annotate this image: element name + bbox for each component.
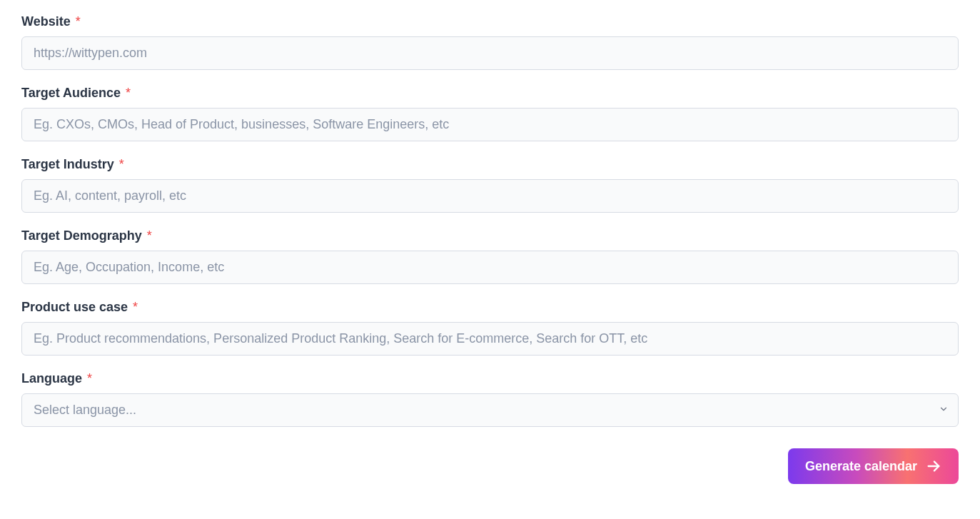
product-use-case-field-group: Product use case * <box>21 300 959 356</box>
language-select[interactable]: Select language... <box>21 393 959 427</box>
target-industry-input[interactable] <box>21 179 959 213</box>
target-demography-input[interactable] <box>21 251 959 284</box>
form-actions: Generate calendar <box>21 448 959 484</box>
required-indicator: * <box>119 157 124 171</box>
target-industry-label-text: Target Industry <box>21 157 114 171</box>
website-input[interactable] <box>21 36 959 70</box>
target-demography-label-text: Target Demography <box>21 228 142 243</box>
language-select-wrapper: Select language... <box>21 393 959 427</box>
language-field-group: Language * Select language... <box>21 371 959 427</box>
target-industry-field-group: Target Industry * <box>21 157 959 213</box>
language-label: Language * <box>21 371 959 386</box>
website-field-group: Website * <box>21 14 959 70</box>
website-label: Website * <box>21 14 959 29</box>
generate-button-label: Generate calendar <box>805 459 917 474</box>
target-audience-label: Target Audience * <box>21 86 959 101</box>
target-industry-label: Target Industry * <box>21 157 959 172</box>
target-audience-field-group: Target Audience * <box>21 86 959 141</box>
target-audience-label-text: Target Audience <box>21 86 121 100</box>
calendar-form: Website * Target Audience * Target Indus… <box>21 14 959 484</box>
required-indicator: * <box>133 300 138 314</box>
required-indicator: * <box>76 14 81 29</box>
product-use-case-input[interactable] <box>21 322 959 356</box>
product-use-case-label-text: Product use case <box>21 300 128 314</box>
generate-calendar-button[interactable]: Generate calendar <box>788 448 959 484</box>
required-indicator: * <box>126 86 131 100</box>
arrow-right-icon <box>926 458 941 474</box>
language-label-text: Language <box>21 371 82 386</box>
product-use-case-label: Product use case * <box>21 300 959 315</box>
target-demography-field-group: Target Demography * <box>21 228 959 284</box>
required-indicator: * <box>87 371 92 386</box>
target-audience-input[interactable] <box>21 108 959 141</box>
website-label-text: Website <box>21 14 71 29</box>
required-indicator: * <box>147 228 152 243</box>
target-demography-label: Target Demography * <box>21 228 959 243</box>
